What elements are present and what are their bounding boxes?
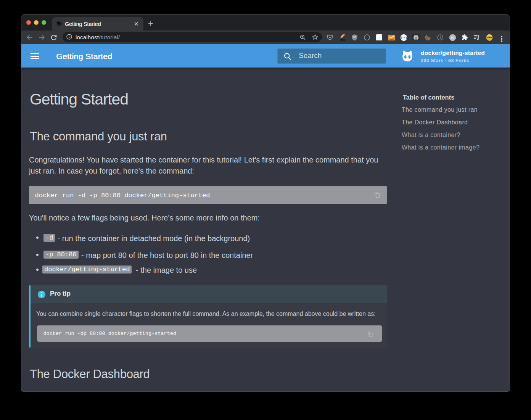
svg-text:UD: UD (353, 36, 357, 39)
svg-text:css: css (340, 39, 345, 41)
svg-text:K: K (451, 35, 454, 40)
svg-text:{··}: {··} (401, 36, 407, 39)
